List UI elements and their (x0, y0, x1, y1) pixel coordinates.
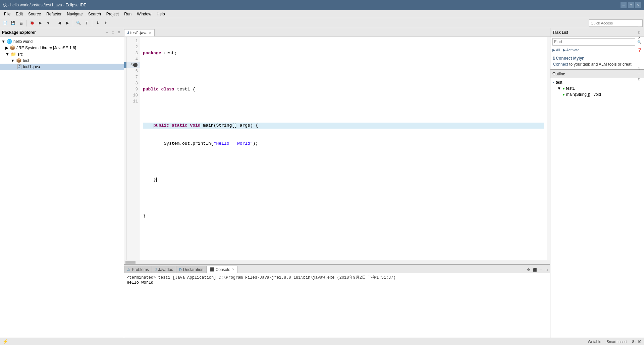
tab-console[interactable]: ⬛ Console ✕ (207, 266, 237, 273)
jre-icon: 📦 (10, 45, 15, 50)
menu-refactor[interactable]: Refactor (44, 10, 64, 18)
code-line-10: } (143, 213, 544, 219)
outline-minimize[interactable]: ─ (637, 71, 642, 77)
editor-scrollbar-v[interactable] (547, 37, 550, 260)
tree-item-hello-world[interactable]: ▼ 🌐 hello world (0, 38, 124, 45)
status-right: Writable Smart Insert 8 : 10 (588, 340, 641, 344)
console-stop-button[interactable]: ⬛ (532, 267, 537, 272)
task-list-header: Task List ─ □ ✕ (550, 28, 644, 37)
mylyn-section: ℹ Connect Mylyn Connect to your task and… (550, 53, 644, 69)
status-left: ⚡ (3, 339, 11, 344)
tree-item-src[interactable]: ▼ 📁 src (0, 51, 124, 57)
console-content[interactable]: <terminated> test1 [Java Application] C:… (124, 273, 550, 338)
console-toolbar: 🗑 ⬛ ─ □ (525, 266, 550, 273)
line-num-6: 6 (127, 68, 140, 74)
status-position: 8 : 10 (632, 340, 641, 344)
new-button[interactable]: 📄 (1, 19, 9, 27)
console-clear-button[interactable]: 🗑 (526, 267, 531, 272)
run-button[interactable]: ▶ (37, 19, 44, 27)
code-area[interactable]: package test; public class test1 { publi… (140, 37, 547, 260)
editor-hscrollbar[interactable] (124, 260, 550, 264)
outline-sort-button[interactable]: ⇅ (637, 66, 642, 71)
close-button[interactable]: ✕ (635, 2, 641, 8)
open-type-button[interactable]: T (83, 19, 90, 27)
menu-run[interactable]: Run (121, 10, 134, 18)
indicator-3 (124, 50, 126, 56)
tab-javadoc[interactable]: J Javadoc (152, 266, 176, 273)
console-terminated-line: <terminated> test1 [Java Application] C:… (127, 275, 547, 280)
back-button[interactable]: ◀ (56, 19, 63, 27)
package-explorer-title: Package Explorer (2, 30, 36, 35)
task-find-input[interactable] (552, 38, 635, 46)
line-num-2: 2 (127, 44, 140, 50)
indicator-5 (124, 62, 126, 68)
indicator-7 (124, 74, 126, 80)
console-tabs: ⚠ Problems J Javadoc D Declaration ⬛ Con… (124, 265, 550, 273)
menu-window[interactable]: Window (134, 10, 154, 18)
task-filter-all[interactable]: ▶ All (552, 48, 560, 52)
menu-file[interactable]: File (1, 10, 13, 18)
save-button[interactable]: 💾 (9, 19, 17, 27)
tab-label: test1.java (130, 30, 148, 35)
mylyn-connect-link[interactable]: Connect (553, 62, 568, 67)
menu-navigate[interactable]: Navigate (64, 10, 85, 18)
editor-area[interactable]: 1 2 3 4 5⚫ 6 7 8 9 10 11 package test; p… (124, 37, 550, 260)
minimize-button[interactable]: ─ (621, 2, 627, 8)
tab-problems[interactable]: ⚠ Problems (124, 266, 152, 273)
package-explorer-header: Package Explorer ─ □ × (0, 28, 124, 37)
close-panel-button[interactable]: × (116, 30, 122, 35)
task-search: 🔍 (550, 37, 644, 47)
javadoc-icon: J (155, 268, 157, 272)
search-button[interactable]: 🔍 (75, 19, 82, 27)
menu-edit[interactable]: Edit (13, 10, 25, 18)
console-label: Console (216, 267, 230, 272)
outline-label-test1: test1 (566, 86, 575, 91)
maximize-panel-button[interactable]: □ (110, 30, 116, 35)
maximize-button[interactable]: □ (628, 2, 634, 8)
line-num-4: 4 (127, 56, 140, 62)
tab-close-button[interactable]: ✕ (149, 31, 152, 35)
outline-item-test1[interactable]: ▼ ● test1 (552, 85, 643, 91)
indicator-2 (124, 44, 126, 50)
task-list-minimize[interactable]: ─ (637, 24, 642, 30)
package-tree: ▼ 🌐 hello world ▶ 📦 JRE System Library [… (0, 37, 124, 338)
menu-source[interactable]: Source (25, 10, 44, 18)
code-line-1: package test; (143, 50, 544, 56)
tree-item-jre[interactable]: ▶ 📦 JRE System Library [JavaSE-1.8] (0, 45, 124, 51)
project-icon: 🌐 (7, 39, 12, 44)
task-search-button[interactable]: 🔍 (637, 39, 642, 45)
outline-item-main[interactable]: ● main(String[]) : void (552, 91, 643, 97)
tree-item-test[interactable]: ▼ 📦 test (0, 57, 124, 64)
indicator-8 (124, 80, 126, 86)
menu-help[interactable]: Help (154, 10, 168, 18)
code-line-2 (143, 68, 544, 74)
menu-search[interactable]: Search (86, 10, 104, 18)
quick-access-input[interactable] (589, 19, 643, 27)
toolbar-separator-1 (26, 20, 27, 26)
forward-button[interactable]: ▶ (64, 19, 71, 27)
tree-item-test1-java[interactable]: J test1.java (0, 64, 124, 70)
expand-icon-test: ▼ (11, 58, 15, 63)
status-warning-icon: ⚡ (3, 339, 8, 344)
problems-label: Problems (132, 267, 149, 272)
toolbar-separator-3 (73, 20, 73, 26)
prev-annotation-button[interactable]: ⬆ (102, 19, 109, 27)
run-ext-button[interactable]: ▼ (45, 19, 52, 27)
console-minimize-button[interactable]: ─ (538, 267, 543, 272)
debug-button[interactable]: 🐞 (29, 19, 36, 27)
task-list-maximize[interactable]: □ (637, 30, 642, 35)
task-help-icon[interactable]: ❓ (637, 48, 642, 52)
console-close-button[interactable]: ✕ (232, 268, 234, 271)
center-column: J test1.java ✕ 1 (124, 28, 550, 338)
print-button[interactable]: 🖨 (17, 19, 25, 27)
tab-test1-java[interactable]: J test1.java ✕ (124, 29, 155, 37)
tab-declaration[interactable]: D Declaration (176, 266, 207, 273)
task-activate[interactable]: ▶ Activate... (563, 48, 583, 52)
menu-project[interactable]: Project (104, 10, 121, 18)
problems-icon: ⚠ (127, 267, 130, 272)
minimize-panel-button[interactable]: ─ (104, 30, 110, 35)
package-explorer-panel: Package Explorer ─ □ × ▼ 🌐 hello world ▶… (0, 28, 124, 338)
next-annotation-button[interactable]: ⬇ (94, 19, 101, 27)
outline-item-test[interactable]: ▪ test (552, 79, 643, 85)
console-maximize-button[interactable]: □ (544, 267, 549, 272)
